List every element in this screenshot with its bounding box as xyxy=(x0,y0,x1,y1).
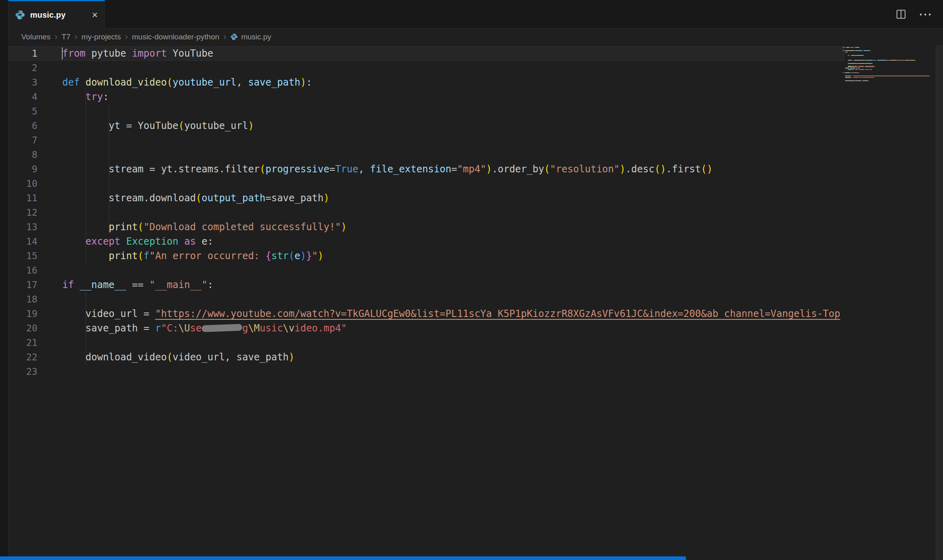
indent-guide xyxy=(86,90,86,263)
code-line[interactable]: 4 try: xyxy=(8,90,943,104)
breadcrumb-item[interactable]: T7 xyxy=(61,33,70,41)
line-text xyxy=(62,263,845,278)
line-text xyxy=(62,364,845,379)
minimap-line xyxy=(870,50,871,51)
code-line[interactable]: 12 xyxy=(8,205,943,220)
breadcrumb-item[interactable]: music-downloader-python xyxy=(132,33,219,41)
line-number: 6 xyxy=(8,119,37,133)
code-line[interactable]: 5 xyxy=(8,104,943,119)
line-text xyxy=(62,147,845,162)
line-text: video_url = "https://www.youtube.com/wat… xyxy=(62,307,845,321)
line-text: if __name__ == "__main__": xyxy=(62,278,845,292)
code-line[interactable]: 20 save_path = r"C:\Useg\Music\video.mp4… xyxy=(8,321,943,335)
line-number: 2 xyxy=(8,61,37,75)
minimap-line xyxy=(855,47,859,48)
code-line[interactable]: 11 stream.download(output_path=save_path… xyxy=(8,191,943,205)
code-editor[interactable]: 1from pytube import YouTube23def downloa… xyxy=(8,45,943,560)
breadcrumb-file[interactable]: music.py xyxy=(230,33,271,41)
minimap-line xyxy=(865,66,874,67)
minimap-line xyxy=(852,76,853,76)
line-number: 1 xyxy=(8,46,37,61)
editor-tab-bar: music.py ✕ ⋯ xyxy=(8,0,943,29)
minimap-line xyxy=(887,60,890,61)
breadcrumb-separator: › xyxy=(125,33,128,41)
code-line[interactable]: 21 xyxy=(8,335,943,350)
line-text: stream.download(output_path=save_path) xyxy=(62,191,845,205)
minimap-line xyxy=(871,69,872,70)
code-lines: 1from pytube import YouTube23def downloa… xyxy=(8,46,943,379)
line-number: 8 xyxy=(8,147,37,162)
line-number: 21 xyxy=(8,335,37,350)
split-editor-icon[interactable] xyxy=(896,9,906,20)
line-text xyxy=(62,104,845,119)
minimap-line xyxy=(866,63,872,64)
tab-close-icon[interactable]: ✕ xyxy=(92,11,98,19)
indent-guide xyxy=(86,292,86,364)
minimap-line xyxy=(865,77,867,78)
minimap-line xyxy=(843,72,844,73)
line-text: download_video(video_url, save_path) xyxy=(62,350,845,364)
code-line[interactable]: 13 print("Download completed successfull… xyxy=(8,220,943,234)
line-text: stream = yt.streams.filter(progressive=T… xyxy=(62,162,845,176)
minimap-line xyxy=(872,63,873,64)
minimap-line xyxy=(855,69,858,70)
minimap-line xyxy=(858,67,859,68)
breadcrumb-item[interactable]: Volumes xyxy=(21,33,51,41)
code-line[interactable]: 17if __name__ == "__main__": xyxy=(8,278,943,292)
line-text xyxy=(62,176,845,191)
minimap-line xyxy=(858,66,864,67)
tab-music-py[interactable]: music.py ✕ xyxy=(8,0,105,29)
minimap-line xyxy=(843,50,845,51)
minimap-line xyxy=(858,63,865,64)
minimap-line xyxy=(863,55,864,56)
vscode-window: music.py ✕ ⋯ Volumes›T7›my-projects›musi… xyxy=(0,0,943,560)
code-line[interactable]: 9 stream = yt.streams.filter(progressive… xyxy=(8,162,943,176)
code-line[interactable]: 2 xyxy=(8,61,943,75)
minimap-line xyxy=(914,60,915,61)
minimap-line xyxy=(853,76,930,76)
code-line[interactable]: 10 xyxy=(8,176,943,191)
code-line[interactable]: 19 video_url = "https://www.youtube.com/… xyxy=(8,307,943,321)
minimap-line xyxy=(855,80,861,81)
line-text: try: xyxy=(62,90,845,104)
minimap-line xyxy=(855,50,862,51)
code-line[interactable]: 15 print(f"An error occurred: {str(e)}") xyxy=(8,249,943,263)
code-line[interactable]: 6 yt = YouTube(youtube_url) xyxy=(8,119,943,133)
vertical-scrollbar[interactable] xyxy=(936,45,943,560)
minimap[interactable] xyxy=(843,45,943,560)
code-line[interactable]: 8 xyxy=(8,147,943,162)
minimap-line xyxy=(858,77,863,78)
minimap-line xyxy=(862,50,863,51)
editor-actions: ⋯ xyxy=(896,0,943,28)
more-actions-icon[interactable]: ⋯ xyxy=(918,10,933,18)
minimap-line xyxy=(846,47,850,48)
code-line[interactable]: 7 xyxy=(8,133,943,147)
line-number: 4 xyxy=(8,90,37,104)
minimap-line xyxy=(851,55,855,56)
code-line[interactable]: 3def download_video(youtube_url, save_pa… xyxy=(8,75,943,90)
line-number: 9 xyxy=(8,162,37,176)
code-line[interactable]: 22 download_video(video_url, save_path) xyxy=(8,350,943,364)
code-line[interactable]: 18 xyxy=(8,292,943,307)
code-line[interactable]: 16 xyxy=(8,263,943,278)
code-line[interactable]: 1from pytube import YouTube xyxy=(8,46,943,61)
line-text: except Exception as e: xyxy=(62,234,845,249)
line-number: 17 xyxy=(8,278,37,292)
code-line[interactable]: 23 xyxy=(8,364,943,379)
line-number: 18 xyxy=(8,292,37,307)
line-text: yt = YouTube(youtube_url) xyxy=(62,119,845,133)
line-number: 12 xyxy=(8,205,37,220)
breadcrumb-item[interactable]: my-projects xyxy=(82,33,121,41)
code-line[interactable]: 14 except Exception as e: xyxy=(8,234,943,249)
minimap-line xyxy=(891,60,897,61)
minimap-line xyxy=(843,47,845,48)
minimap-line xyxy=(848,69,851,70)
python-file-icon xyxy=(15,10,25,20)
minimap-line xyxy=(897,60,905,61)
minimap-line xyxy=(876,60,877,61)
line-number: 15 xyxy=(8,249,37,263)
minimap-line xyxy=(865,60,873,61)
line-text: def download_video(youtube_url, save_pat… xyxy=(62,75,845,90)
line-number: 16 xyxy=(8,263,37,278)
line-text: from pytube import YouTube xyxy=(62,46,845,61)
